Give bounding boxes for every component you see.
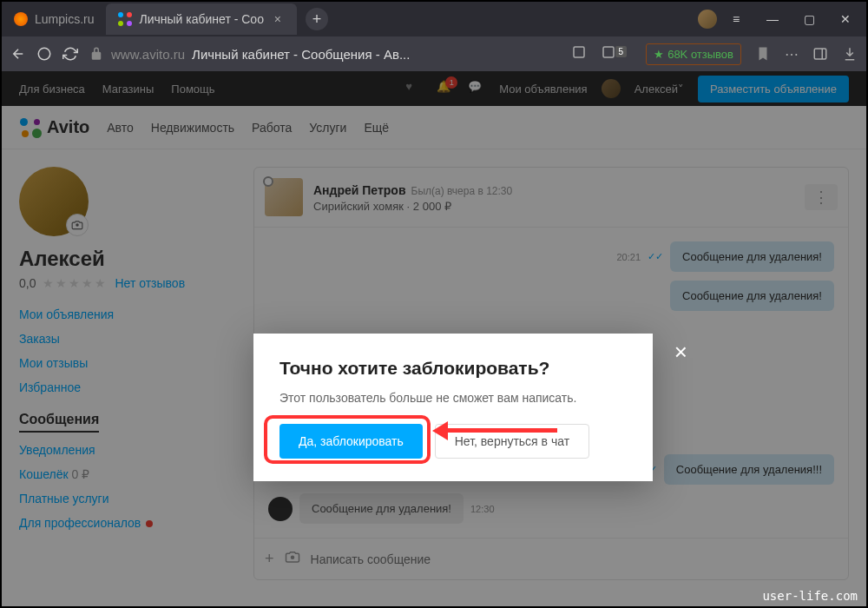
extension-icon[interactable]: 5 bbox=[601, 44, 632, 63]
svg-rect-2 bbox=[603, 47, 614, 57]
url-field[interactable]: www.avito.ru Личный кабинет - Сообщения … bbox=[89, 46, 561, 62]
star-icon: ★ bbox=[654, 48, 664, 61]
favicon-icon bbox=[14, 12, 28, 26]
minimize-button[interactable]: — bbox=[755, 2, 790, 36]
reviews-badge[interactable]: ★ 68K отзывов bbox=[646, 43, 741, 65]
watermark: user-life.com bbox=[762, 589, 858, 603]
extension-icon[interactable] bbox=[571, 44, 587, 63]
new-tab-button[interactable]: + bbox=[306, 8, 328, 30]
maximize-button[interactable]: ▢ bbox=[792, 2, 826, 36]
browser-profile-avatar[interactable] bbox=[698, 10, 717, 29]
bookmark-icon[interactable] bbox=[755, 46, 771, 62]
address-bar: www.avito.ru Личный кабинет - Сообщения … bbox=[2, 36, 866, 71]
svg-rect-1 bbox=[574, 47, 584, 57]
block-user-modal: Точно хотите заблокировать? Этот пользов… bbox=[253, 334, 653, 481]
lock-icon bbox=[89, 46, 104, 62]
close-button[interactable]: ✕ bbox=[828, 2, 863, 36]
tab-title: Lumpics.ru bbox=[35, 12, 94, 26]
modal-title: Точно хотите заблокировать? bbox=[279, 358, 627, 379]
reload-icon[interactable] bbox=[62, 46, 78, 62]
url-domain: www.avito.ru bbox=[111, 47, 185, 62]
close-icon[interactable]: × bbox=[271, 12, 285, 26]
browser-titlebar: Lumpics.ru Личный кабинет - Соо × + ≡ — … bbox=[2, 2, 866, 36]
tab-lumpics[interactable]: Lumpics.ru bbox=[2, 3, 106, 35]
svg-rect-3 bbox=[814, 49, 826, 59]
modal-text: Этот пользователь больше не сможет вам н… bbox=[279, 391, 627, 405]
confirm-block-button[interactable]: Да, заблокировать bbox=[279, 424, 423, 459]
menu-icon[interactable]: ≡ bbox=[719, 2, 753, 36]
favicon-icon bbox=[118, 12, 132, 26]
url-title: Личный кабинет - Сообщения - Ав... bbox=[192, 47, 410, 62]
back-icon[interactable] bbox=[10, 46, 26, 62]
tab-title: Личный кабинет - Соо bbox=[139, 12, 263, 26]
download-icon[interactable] bbox=[842, 46, 858, 62]
sidebar-icon[interactable] bbox=[812, 46, 828, 62]
shield-icon[interactable] bbox=[36, 46, 52, 62]
close-icon[interactable]: × bbox=[674, 339, 687, 366]
more-icon[interactable]: ⋯ bbox=[785, 46, 799, 63]
svg-point-0 bbox=[38, 48, 50, 60]
cancel-block-button[interactable]: Нет, вернуться в чат bbox=[435, 424, 589, 459]
tab-avito[interactable]: Личный кабинет - Соо × bbox=[106, 3, 296, 35]
